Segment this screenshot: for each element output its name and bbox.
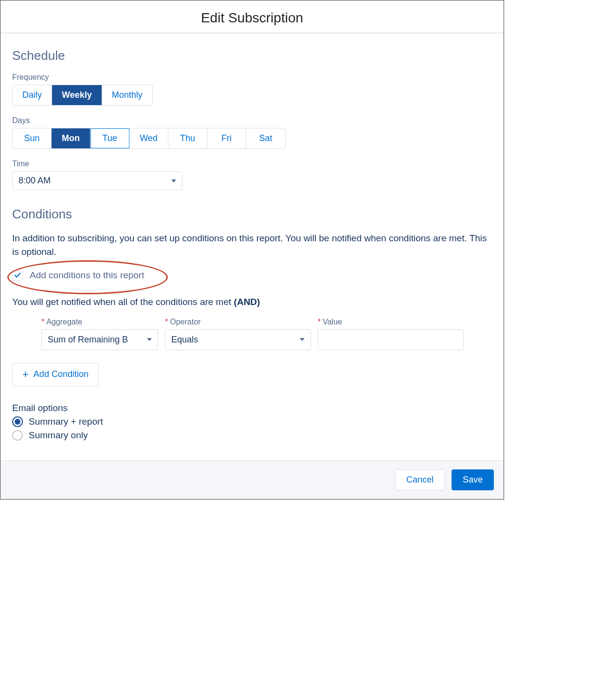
value-label: *Value [318,318,464,326]
add-conditions-row: Add conditions to this report [12,267,492,284]
frequency-daily[interactable]: Daily [13,85,52,105]
aggregate-col: *Aggregate Sum of Remaining B [41,318,158,350]
aggregate-select[interactable]: Sum of Remaining B [41,329,158,350]
add-condition-button[interactable]: + Add Condition [12,363,99,386]
time-value: 8:00 AM [18,176,51,186]
chevron-down-icon [147,338,152,341]
operator-select[interactable]: Equals [165,329,311,350]
radio-summary-report[interactable] [12,416,23,427]
add-condition-label: Add Condition [34,369,89,379]
cancel-button[interactable]: Cancel [395,469,445,490]
chevron-down-icon [171,179,176,182]
value-col: *Value [318,318,464,350]
chevron-down-icon [300,338,305,341]
dialog-footer: Cancel Save [0,460,504,499]
radio-summary-only[interactable] [12,430,23,441]
radio-dot-icon [15,419,20,425]
day-mon[interactable]: Mon [52,128,91,148]
dialog-content: Schedule Frequency Daily Weekly Monthly … [0,34,504,460]
frequency-group: Daily Weekly Monthly [12,85,153,106]
check-icon [14,272,21,279]
time-label: Time [12,160,492,168]
schedule-heading: Schedule [12,48,492,63]
add-conditions-checkbox[interactable] [12,270,23,281]
day-wed[interactable]: Wed [129,128,168,148]
operator-col: *Operator Equals [165,318,311,350]
email-options-heading: Email options [12,403,492,413]
frequency-weekly[interactable]: Weekly [52,85,102,105]
add-conditions-label: Add conditions to this report [30,270,145,281]
notify-text: You will get notified when all of the co… [12,295,492,309]
aggregate-label: *Aggregate [41,318,158,326]
dialog-title: Edit Subscription [0,0,504,34]
operator-value: Equals [171,335,198,345]
day-sat[interactable]: Sat [246,128,285,148]
condition-row: *Aggregate Sum of Remaining B *Operator … [41,318,492,350]
day-thu[interactable]: Thu [168,128,207,148]
frequency-monthly[interactable]: Monthly [102,85,152,105]
time-select[interactable]: 8:00 AM [12,171,182,190]
edit-subscription-dialog: Edit Subscription Schedule Frequency Dai… [0,0,504,500]
day-fri[interactable]: Fri [207,128,246,148]
days-label: Days [12,116,492,125]
frequency-label: Frequency [12,73,492,82]
day-tue[interactable]: Tue [91,128,129,148]
conditions-description: In addition to subscribing, you can set … [12,232,492,258]
days-group: Sun Mon Tue Wed Thu Fri Sat [12,128,286,149]
email-option-label-1: Summary only [29,430,88,441]
day-sun[interactable]: Sun [13,128,52,148]
conditions-heading: Conditions [12,207,492,222]
email-option-summary-report[interactable]: Summary + report [12,416,492,427]
save-button[interactable]: Save [452,469,494,490]
operator-label: *Operator [165,318,311,326]
notify-bold: (AND) [234,297,260,307]
email-option-summary-only[interactable]: Summary only [12,430,492,441]
plus-icon: + [22,369,29,380]
notify-prefix: You will get notified when all of the co… [12,297,234,307]
value-input[interactable] [318,329,464,350]
aggregate-value: Sum of Remaining B [48,335,128,345]
email-option-label-0: Summary + report [29,416,103,427]
